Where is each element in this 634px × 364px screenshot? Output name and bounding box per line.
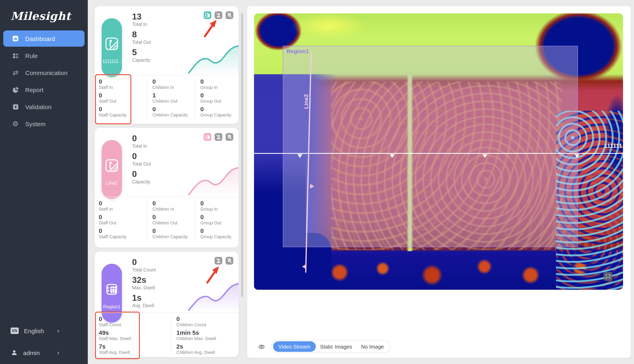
- sidebar-item-communication[interactable]: ⇄ Communication: [3, 64, 85, 81]
- username-label: admin: [23, 349, 40, 356]
- line2-direction-arrow: [302, 264, 306, 269]
- line-name: 1111111...: [102, 59, 121, 64]
- milesight-logo: Milesight: [0, 0, 88, 30]
- counter-card-line2: Line2 0 Total In 0 Total Out 0 Capacity: [95, 128, 239, 248]
- validation-icon: [11, 103, 20, 111]
- stat-label: Children Max. Dwell: [176, 336, 239, 341]
- mode-static-images-button[interactable]: Static Images: [316, 341, 357, 352]
- sidebar-bottom: EN English › admin ›: [0, 322, 88, 364]
- card-buttons: [203, 11, 233, 19]
- stat-label: Group Out: [200, 98, 239, 104]
- sidebar-item-system[interactable]: ⚙ System: [3, 116, 85, 132]
- sidebar-item-dashboard[interactable]: Dashboard: [3, 30, 85, 47]
- thermal-heatmap-view: Region1 111111 Line2: [254, 14, 623, 290]
- staff-column: 0Staff In 0Staff Out 0Staff Capacity: [95, 78, 143, 119]
- sidebar-item-label: Communication: [25, 69, 68, 76]
- line-crossing-icon: [105, 159, 119, 174]
- line-direction-arrow: [482, 154, 487, 158]
- notification-off-button[interactable]: [226, 257, 233, 264]
- total-out-value: 8: [132, 30, 151, 39]
- fullscreen-button[interactable]: [603, 272, 612, 281]
- staff-column: 0Staff Count 49sStaff Max. Dwell 7sStaff…: [95, 315, 167, 357]
- line-direction-arrow: [390, 154, 395, 158]
- stat-value: 0: [152, 106, 191, 112]
- capacity-value: 0: [132, 169, 151, 179]
- counting-line-tag: 111111: [604, 142, 622, 149]
- trend-chart: [188, 44, 239, 75]
- sidebar-item-validation[interactable]: Validation: [3, 98, 85, 115]
- trend-chart: [188, 165, 239, 197]
- line-crossing-icon: [105, 37, 119, 52]
- stat-value: 49s: [99, 329, 167, 336]
- children-column: 0Children In 1Children Out 0Children Cap…: [143, 78, 191, 119]
- dashboard-icon: [11, 34, 20, 42]
- max-dwell-label: Max. Dwell: [132, 285, 156, 290]
- stat-value: 0: [99, 92, 143, 98]
- counter-card-line1: 1111111... 13 Total In 8 Total Out 5 Cap…: [95, 6, 239, 124]
- region-name: Region1: [103, 304, 120, 309]
- sidebar-item-label: System: [25, 120, 46, 127]
- mode-no-image-button[interactable]: No Image: [357, 341, 388, 352]
- scrollbar[interactable]: [241, 13, 243, 297]
- staff-detection-off-button[interactable]: [215, 133, 222, 141]
- notification-off-button[interactable]: [226, 133, 233, 141]
- stat-value: 0: [99, 214, 143, 220]
- heatmap-hotspot: [278, 14, 380, 43]
- sidebar-item-label: Rule: [25, 52, 38, 59]
- report-icon: [11, 86, 20, 94]
- stat-label: Group Capacity: [200, 234, 239, 240]
- mode-video-stream-button[interactable]: Video Stream: [273, 341, 316, 352]
- staff-detection-off-button[interactable]: [215, 257, 222, 264]
- card-buttons: [203, 133, 233, 141]
- line-name: Line2: [106, 180, 117, 186]
- cards-column: 1111111... 13 Total In 8 Total Out 5 Cap…: [88, 0, 244, 364]
- trend-chart: [188, 282, 239, 312]
- eye-icon[interactable]: [258, 343, 265, 350]
- counter-card-region1: Region1 0 Total Count 32s Max. Dwell 1s …: [95, 252, 239, 357]
- max-dwell-value: 32s: [132, 275, 156, 285]
- detail-stats: 0Staff In 0Staff Out 0Staff Capacity 0Ch…: [95, 75, 239, 119]
- stat-label: Children In: [152, 85, 191, 90]
- stat-label: Staff In: [99, 85, 143, 90]
- stat-label: Group Out: [200, 220, 239, 226]
- stat-label: Group Capacity: [200, 112, 239, 118]
- language-icon: EN: [11, 328, 19, 334]
- detail-stats: 0Staff Count 49sStaff Max. Dwell 7sStaff…: [95, 312, 239, 357]
- sidebar-item-label: Validation: [25, 103, 52, 110]
- stat-label: Staff In: [99, 206, 143, 212]
- app-root: Milesight Dashboard Rule ⇄ Communication…: [0, 0, 634, 364]
- language-selector[interactable]: EN English ›: [0, 322, 88, 339]
- stat-value: 0: [152, 200, 191, 206]
- line-direction-arrow: [298, 154, 302, 158]
- staff-detection-off-button[interactable]: [215, 11, 222, 19]
- stat-value: 0: [200, 106, 239, 112]
- total-out-value: 0: [132, 151, 151, 161]
- notification-off-button[interactable]: [226, 11, 233, 19]
- sidebar-item-label: Report: [25, 86, 44, 93]
- user-menu[interactable]: admin ›: [0, 344, 88, 361]
- avg-dwell-value: 1s: [132, 293, 156, 303]
- stat-value: 0: [152, 78, 191, 85]
- total-count-label: Total Count: [132, 267, 156, 273]
- stat-value: 0: [200, 92, 239, 98]
- stat-value: 0: [176, 315, 239, 322]
- children-column: 0Children In 0Children Out 0Children Cap…: [143, 200, 191, 241]
- chevron-right-icon: ›: [57, 349, 59, 356]
- passby-toggle-button[interactable]: [203, 133, 211, 141]
- region1-overlay[interactable]: Region1: [283, 46, 578, 247]
- system-icon: ⚙: [11, 120, 20, 128]
- stat-value: 0: [152, 214, 191, 220]
- stat-label: Staff Max. Dwell: [99, 336, 167, 341]
- line-badge: 1111111...: [102, 18, 122, 77]
- sidebar-item-report[interactable]: Report: [3, 82, 85, 98]
- line2-direction-arrow: [310, 184, 314, 189]
- communication-icon: ⇄: [11, 68, 20, 77]
- rule-icon: [11, 52, 20, 60]
- counting-line-overlay[interactable]: [254, 153, 623, 154]
- stream-mode-switcher: Video Stream Static Images No Image: [271, 340, 390, 353]
- sidebar: Milesight Dashboard Rule ⇄ Communication…: [0, 0, 88, 364]
- stat-value: 0: [99, 315, 167, 322]
- passby-toggle-button[interactable]: [203, 11, 211, 19]
- sidebar-item-rule[interactable]: Rule: [3, 48, 85, 64]
- capacity-value: 5: [132, 48, 151, 57]
